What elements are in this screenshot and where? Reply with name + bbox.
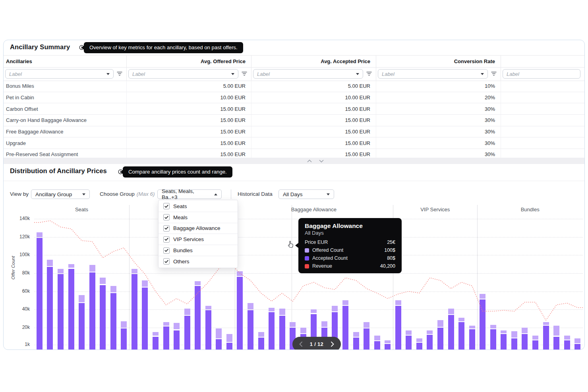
bar-offered-count[interactable] bbox=[532, 336, 538, 339]
bar-accepted-count[interactable] bbox=[532, 340, 538, 350]
bar-accepted-count[interactable] bbox=[574, 344, 580, 350]
bar-offered-count[interactable] bbox=[522, 328, 528, 333]
bar-accepted-count[interactable] bbox=[385, 344, 391, 350]
bar-offered-count[interactable] bbox=[385, 340, 391, 343]
pagination-prev-button[interactable] bbox=[298, 341, 304, 348]
group-option-baggage-allowance[interactable]: Baggage Allowance bbox=[159, 223, 238, 234]
bar-offered-count[interactable] bbox=[153, 332, 159, 336]
bar-accepted-count[interactable] bbox=[437, 328, 443, 350]
bar-accepted-count[interactable] bbox=[121, 328, 127, 350]
group-option-seats[interactable]: Seats bbox=[159, 201, 238, 212]
bar-offered-count[interactable] bbox=[469, 326, 475, 328]
bar-offered-count[interactable] bbox=[89, 265, 95, 271]
bar-offered-count[interactable] bbox=[448, 309, 454, 314]
bar-offered-count[interactable] bbox=[110, 286, 116, 292]
bar-offered-count[interactable] bbox=[226, 334, 232, 342]
bar-accepted-count[interactable] bbox=[269, 312, 275, 350]
bar-offered-count[interactable] bbox=[437, 320, 443, 326]
checkbox-checked-icon[interactable] bbox=[163, 236, 170, 243]
bar-offered-count[interactable] bbox=[174, 323, 180, 329]
bar-offered-count[interactable] bbox=[195, 281, 201, 285]
bar-offered-count[interactable] bbox=[364, 322, 369, 328]
bar-offered-count[interactable] bbox=[184, 309, 190, 315]
bar-accepted-count[interactable] bbox=[522, 334, 528, 350]
bar-accepted-count[interactable] bbox=[68, 269, 74, 350]
bar-accepted-count[interactable] bbox=[205, 310, 211, 350]
group-option-meals[interactable]: Meals bbox=[159, 212, 238, 223]
bar-offered-count[interactable] bbox=[121, 321, 127, 328]
bar-accepted-count[interactable] bbox=[353, 338, 359, 350]
bar-offered-count[interactable] bbox=[342, 300, 348, 305]
bar-offered-count[interactable] bbox=[205, 306, 211, 309]
bar-accepted-count[interactable] bbox=[480, 299, 485, 350]
bar-offered-count[interactable] bbox=[163, 322, 169, 326]
bar-offered-count[interactable] bbox=[574, 338, 580, 343]
checkbox-checked-icon[interactable] bbox=[163, 225, 170, 232]
bar-offered-count[interactable] bbox=[321, 321, 327, 327]
bar-accepted-count[interactable] bbox=[374, 341, 380, 350]
bar-offered-count[interactable] bbox=[237, 271, 243, 276]
bar-offered-count[interactable] bbox=[416, 338, 422, 342]
bar-accepted-count[interactable] bbox=[132, 274, 137, 350]
bar-offered-count[interactable] bbox=[37, 232, 43, 237]
bar-accepted-count[interactable] bbox=[279, 316, 285, 350]
checkbox-checked-icon[interactable] bbox=[163, 258, 170, 265]
bar-offered-count[interactable] bbox=[248, 303, 253, 309]
bar-offered-count[interactable] bbox=[258, 332, 264, 337]
bar-accepted-count[interactable] bbox=[100, 285, 106, 350]
bar-offered-count[interactable] bbox=[279, 309, 285, 315]
bar-offered-count[interactable] bbox=[100, 278, 106, 284]
bar-offered-count[interactable] bbox=[79, 295, 85, 303]
bar-offered-count[interactable] bbox=[332, 306, 338, 311]
bar-accepted-count[interactable] bbox=[163, 326, 169, 350]
bar-offered-count[interactable] bbox=[511, 331, 517, 338]
bar-offered-count[interactable] bbox=[132, 269, 137, 274]
bar-offered-count[interactable] bbox=[553, 326, 559, 336]
bar-accepted-count[interactable] bbox=[406, 336, 412, 350]
bar-accepted-count[interactable] bbox=[79, 303, 85, 350]
bar-accepted-count[interactable] bbox=[142, 288, 148, 350]
bar-offered-count[interactable] bbox=[374, 336, 380, 340]
bar-offered-count[interactable] bbox=[501, 330, 507, 333]
group-option-vip-services[interactable]: VIP Services bbox=[159, 234, 238, 245]
bar-offered-count[interactable] bbox=[480, 294, 485, 299]
bar-offered-count[interactable] bbox=[406, 330, 412, 335]
bar-accepted-count[interactable] bbox=[37, 238, 43, 350]
bar-accepted-count[interactable] bbox=[226, 343, 232, 350]
group-option-others[interactable]: Others bbox=[159, 256, 238, 267]
bar-offered-count[interactable] bbox=[290, 322, 296, 327]
bar-offered-count[interactable] bbox=[490, 325, 496, 328]
bar-accepted-count[interactable] bbox=[364, 328, 369, 350]
bar-accepted-count[interactable] bbox=[395, 306, 401, 350]
checkbox-checked-icon[interactable] bbox=[163, 203, 170, 209]
bar-accepted-count[interactable] bbox=[248, 310, 253, 350]
bar-accepted-count[interactable] bbox=[47, 267, 53, 350]
checkbox-checked-icon[interactable] bbox=[163, 214, 170, 220]
bar-accepted-count[interactable] bbox=[501, 334, 507, 350]
bar-accepted-count[interactable] bbox=[174, 330, 180, 350]
bar-offered-count[interactable] bbox=[427, 330, 433, 334]
bar-offered-count[interactable] bbox=[458, 318, 464, 321]
bar-offered-count[interactable] bbox=[58, 269, 64, 274]
bar-accepted-count[interactable] bbox=[89, 272, 95, 350]
bar-accepted-count[interactable] bbox=[342, 306, 348, 350]
bar-accepted-count[interactable] bbox=[195, 286, 201, 350]
bar-accepted-count[interactable] bbox=[553, 337, 559, 350]
bar-offered-count[interactable] bbox=[68, 264, 74, 268]
bar-accepted-count[interactable] bbox=[564, 340, 570, 350]
group-option-bundles[interactable]: Bundles bbox=[159, 245, 238, 256]
bar-accepted-count[interactable] bbox=[427, 335, 433, 350]
bar-accepted-count[interactable] bbox=[237, 277, 243, 350]
bar-offered-count[interactable] bbox=[395, 300, 401, 305]
bar-accepted-count[interactable] bbox=[258, 338, 264, 350]
bar-accepted-count[interactable] bbox=[110, 293, 116, 350]
bar-accepted-count[interactable] bbox=[184, 316, 190, 350]
checkbox-checked-icon[interactable] bbox=[163, 247, 170, 254]
bar-offered-count[interactable] bbox=[564, 336, 570, 339]
bar-accepted-count[interactable] bbox=[543, 326, 549, 350]
bar-offered-count[interactable] bbox=[543, 322, 549, 325]
bar-offered-count[interactable] bbox=[300, 328, 306, 333]
bar-accepted-count[interactable] bbox=[153, 337, 159, 350]
pagination-next-button[interactable] bbox=[329, 341, 336, 348]
bar-offered-count[interactable] bbox=[216, 328, 222, 338]
